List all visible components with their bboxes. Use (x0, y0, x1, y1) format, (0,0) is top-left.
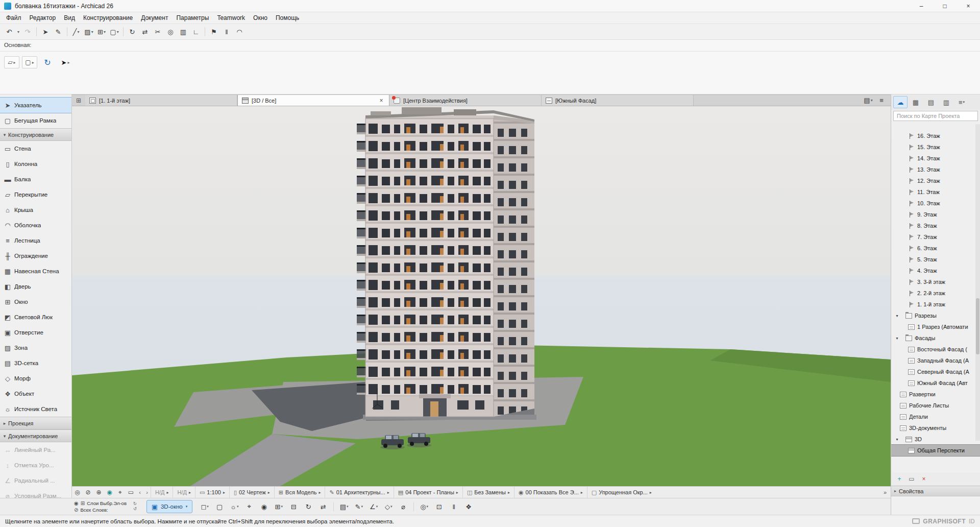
toolbox-item[interactable]: ▢ Бегущая Рамка (0, 113, 71, 128)
navigator-item[interactable]: Северный Фасад (А (891, 366, 980, 377)
quick-option[interactable]: Н/Д ▸ (173, 487, 194, 498)
toolbox-item[interactable]: ▭ Стена (0, 141, 71, 156)
toolbox-item[interactable]: ◧ Дверь (0, 279, 71, 294)
toolbox-item[interactable]: ↔ Линейный Ра... (0, 442, 71, 458)
toolbox-item[interactable]: ⊞ Окно (0, 294, 71, 309)
toolbox-item[interactable]: ◇ Морф (0, 371, 71, 386)
toolbox-item[interactable]: ≡ Лестница (0, 233, 71, 248)
view-nav-icon[interactable]: ⊘ (83, 487, 93, 497)
bottom-toolbar-button[interactable]: ⌖ (242, 500, 256, 513)
navigator-header-button[interactable]: ▦ (909, 96, 923, 108)
overflow-chevron-icon[interactable]: » (879, 489, 891, 495)
info-box-widget[interactable]: ▱ ▸ (4, 56, 19, 68)
layer-cycle-icons[interactable]: ↻ ↺ (133, 501, 137, 512)
menu-item[interactable]: Параметры (172, 12, 213, 23)
navigator-item[interactable]: Общая Перспекти (891, 445, 980, 456)
bottom-toolbar-button[interactable]: ◻ ▾ (198, 500, 211, 513)
toolbar-button[interactable]: ✎ (52, 26, 64, 38)
hide-icon[interactable]: ⊘ (74, 507, 78, 513)
navigator-item[interactable]: Развертки (891, 389, 980, 400)
bottom-toolbar-button[interactable]: ∠ ▾ (367, 500, 380, 513)
toolbar-button[interactable]: ⇄ (139, 26, 151, 38)
quick-option[interactable]: ✎ 01 Архитектурны... ▸ (325, 487, 393, 498)
navigator-item[interactable]: 5. Этаж (891, 254, 980, 265)
bottom-toolbar-button[interactable]: ⇄ (316, 500, 330, 513)
menu-item[interactable]: Документ (137, 12, 172, 23)
navigator-item[interactable]: 11. Этаж (891, 186, 980, 198)
navigator-item[interactable]: 10. Этаж (891, 198, 980, 209)
info-box-widget[interactable]: ▢ ▸ (22, 56, 37, 68)
toolbar-button[interactable]: ↶ (3, 26, 15, 38)
bottom-toolbar-button[interactable]: ✎ ▾ (352, 500, 365, 513)
navigator-item[interactable]: 2. 2-й этаж (891, 288, 980, 299)
navigator-item[interactable]: ▾ 3D (891, 434, 980, 445)
menu-item[interactable]: Редактор (26, 12, 60, 23)
navigator-action-button[interactable]: × (919, 474, 929, 484)
toolbox-item[interactable]: ➤ Указатель (0, 98, 71, 113)
quick-option[interactable]: ⊞ Вся Модель ▸ (274, 487, 325, 498)
navigator-header-button[interactable]: ▤ (924, 96, 938, 108)
navigator-header-button[interactable]: ☁ (893, 96, 908, 108)
maximize-button[interactable]: □ (933, 0, 957, 12)
toolbar-button[interactable]: ▢ ▾ (108, 26, 120, 38)
expand-arrow-icon[interactable]: ▾ (894, 336, 900, 341)
toolbar-button[interactable]: ⚑ (208, 26, 220, 38)
undo-cycle-icon[interactable]: ↺ (133, 507, 137, 512)
navigator-item[interactable]: 3. 3-й этаж (891, 276, 980, 288)
view-tab[interactable]: [Южный Фасад] (542, 95, 694, 106)
toolbox-item[interactable]: ▾ Документирование (0, 429, 71, 442)
expand-arrow-icon[interactable]: ▾ (894, 314, 900, 318)
view-tab[interactable]: [Центр Взаимодействия] (389, 95, 542, 106)
toolbar-button[interactable]: ➤ (39, 26, 52, 38)
bottom-toolbar-button[interactable] (413, 502, 414, 511)
navigator-item[interactable]: Южный Фасад (Авт (891, 377, 980, 389)
toolbox-item[interactable]: ╫ Ограждение (0, 248, 71, 264)
navigator-item[interactable]: 6. Этаж (891, 243, 980, 254)
tabbar-button[interactable]: ▤ ▾ (862, 95, 874, 106)
navigator-header-button[interactable]: ▥ (939, 96, 953, 108)
toolbar-button[interactable] (205, 27, 205, 36)
navigator-item[interactable]: Западный Фасад (А (891, 355, 980, 366)
eye-icon[interactable]: ◉ (74, 500, 79, 506)
navigator-item[interactable]: 12. Этаж (891, 175, 980, 186)
toolbox-item[interactable]: ☼ Источник Света (0, 401, 71, 417)
view-nav-icon[interactable]: ◉ (104, 487, 115, 497)
view-nav-icon[interactable]: › (143, 487, 151, 497)
toolbox-item[interactable]: ▱ Перекрытие (0, 187, 71, 202)
bottom-toolbar-button[interactable]: ↻ (302, 500, 315, 513)
view-nav-icon[interactable]: ◎ (72, 487, 83, 497)
bottom-toolbar-button[interactable]: ▢ (213, 500, 226, 513)
properties-panel-header[interactable]: ▸ Свойства (891, 486, 980, 496)
bottom-toolbar-button[interactable]: ⊟ (287, 500, 300, 513)
navigator-item[interactable]: ▾ Разрезы (891, 310, 980, 321)
tabbar-button[interactable]: ≡ (875, 95, 888, 106)
view-nav-icon[interactable]: ⊕ (93, 487, 104, 497)
navigator-action-button[interactable]: ▭ (906, 474, 917, 484)
navigator-item[interactable]: 7. Этаж (891, 231, 980, 243)
navigator-item[interactable]: Детали (891, 411, 980, 422)
menu-item[interactable]: Окно (249, 12, 272, 23)
navigator-item[interactable]: 16. Этаж (891, 130, 980, 141)
navigator-item[interactable]: 1. 1-й этаж (891, 299, 980, 310)
bottom-toolbar-button[interactable]: ◇ ▾ (382, 500, 395, 513)
quick-option[interactable]: ◉ 00 Показать Все Э... ▸ (514, 487, 587, 498)
quick-option[interactable]: ◫ Без Замены ▸ (462, 487, 514, 498)
toolbox-item[interactable]: ∠ Радиальный ... (0, 473, 71, 488)
toolbar-button[interactable]: ↻ (126, 26, 138, 38)
bottom-toolbar-button[interactable]: ⊞ ▾ (272, 500, 285, 513)
toolbox-item[interactable]: ▯ Колонна (0, 156, 71, 172)
toolbar-button[interactable]: ╱ ▾ (70, 26, 82, 38)
close-button[interactable]: × (957, 0, 980, 12)
project-map-search-input[interactable] (893, 111, 978, 121)
bottom-toolbar-button[interactable]: ‖ (447, 500, 460, 513)
view-tab[interactable]: [1. 1-й этаж] (85, 95, 237, 106)
toolbar-button[interactable]: ◎ (164, 26, 177, 38)
view-tab[interactable]: [3D / Все] × (237, 95, 389, 106)
menu-item[interactable]: Teamwork (213, 12, 249, 23)
navigator-item[interactable]: 9. Этаж (891, 209, 980, 220)
toolbar-button[interactable] (123, 27, 124, 36)
pane-switcher-icon[interactable]: ⊞ (72, 95, 85, 106)
toolbar-button[interactable]: ▾ (16, 26, 21, 38)
navigator-item[interactable]: Рабочие Листы (891, 400, 980, 411)
navigator-scrollbar[interactable] (975, 124, 980, 441)
